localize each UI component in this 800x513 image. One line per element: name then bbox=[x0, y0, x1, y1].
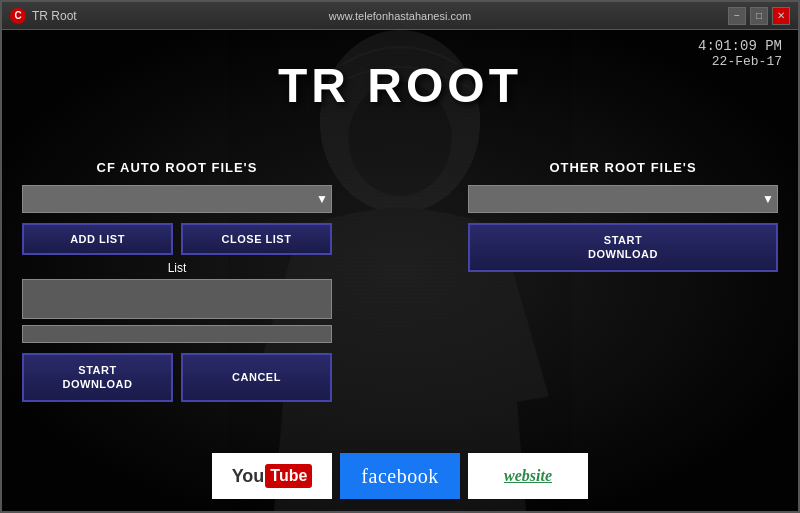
app-icon: C bbox=[10, 8, 26, 24]
close-button[interactable]: ✕ bbox=[772, 7, 790, 25]
datetime-block: 4:01:09 PM 22-Feb-17 bbox=[698, 38, 782, 69]
website-button[interactable]: website bbox=[468, 453, 588, 499]
window-controls: − □ ✕ bbox=[728, 7, 790, 25]
website-label: website bbox=[504, 467, 552, 485]
bottom-bar: YouTube facebook website bbox=[212, 453, 588, 499]
cancel-button[interactable]: CANCEL bbox=[181, 353, 332, 402]
date-display: 22-Feb-17 bbox=[698, 54, 782, 69]
main-window: C TR Root www.telefonhastahanesi.com − □… bbox=[0, 0, 800, 513]
close-list-button[interactable]: CLOSE LIST bbox=[181, 223, 332, 255]
youtube-tube: Tube bbox=[265, 464, 312, 488]
add-list-button[interactable]: ADD LIST bbox=[22, 223, 173, 255]
youtube-you: You bbox=[232, 466, 265, 487]
list-buttons-row: ADD LIST CLOSE LIST bbox=[22, 223, 332, 255]
right-action-row: STARTDOWNLOAD bbox=[468, 223, 778, 272]
list-label: List bbox=[22, 261, 332, 275]
right-panel-title: OTHER ROOT FILE'S bbox=[468, 160, 778, 175]
left-panel: CF AUTO ROOT FILE'S ▼ ADD LIST CLOSE LIS… bbox=[22, 160, 332, 408]
other-dropdown[interactable] bbox=[468, 185, 778, 213]
right-start-download-button[interactable]: STARTDOWNLOAD bbox=[468, 223, 778, 272]
other-dropdown-wrapper: ▼ bbox=[468, 185, 778, 213]
url-bar: www.telefonhastahanesi.com bbox=[329, 10, 471, 22]
maximize-button[interactable]: □ bbox=[750, 7, 768, 25]
progress-bar-container bbox=[22, 325, 332, 343]
cf-dropdown[interactable] bbox=[22, 185, 332, 213]
left-panel-title: CF AUTO ROOT FILE'S bbox=[22, 160, 332, 175]
youtube-button[interactable]: YouTube bbox=[212, 453, 332, 499]
right-panel: OTHER ROOT FILE'S ▼ STARTDOWNLOAD bbox=[468, 160, 778, 272]
facebook-label: facebook bbox=[361, 465, 438, 488]
facebook-button[interactable]: facebook bbox=[340, 453, 460, 499]
action-buttons-row: STARTDOWNLOAD CANCEL bbox=[22, 353, 332, 402]
list-box bbox=[22, 279, 332, 319]
title-bar: C TR Root www.telefonhastahanesi.com − □… bbox=[2, 2, 798, 30]
minimize-button[interactable]: − bbox=[728, 7, 746, 25]
main-content: 4:01:09 PM 22-Feb-17 TR ROOT CF AUTO ROO… bbox=[2, 30, 798, 511]
app-title: TR ROOT bbox=[278, 58, 522, 113]
time-display: 4:01:09 PM bbox=[698, 38, 782, 54]
start-download-button[interactable]: STARTDOWNLOAD bbox=[22, 353, 173, 402]
cf-dropdown-wrapper: ▼ bbox=[22, 185, 332, 213]
